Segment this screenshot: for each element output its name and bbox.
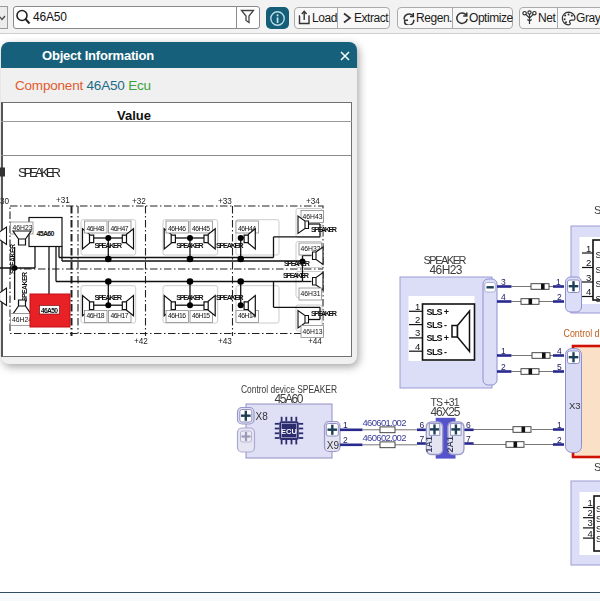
svg-text:X8: X8: [256, 411, 269, 422]
svg-text:S: S: [596, 265, 600, 275]
svg-text:2: 2: [343, 435, 348, 445]
svg-text:2: 2: [501, 362, 506, 372]
svg-text:460602.002: 460602.002: [363, 432, 407, 443]
svg-text:SP: SP: [594, 461, 600, 473]
svg-text:6: 6: [420, 420, 425, 430]
svg-text:S: S: [596, 524, 600, 534]
svg-text:X9: X9: [327, 440, 340, 451]
svg-text:3: 3: [501, 277, 506, 287]
svg-text:S: S: [596, 514, 600, 524]
svg-text:3: 3: [588, 517, 593, 528]
svg-text:4: 4: [588, 528, 593, 539]
svg-text:2: 2: [557, 435, 562, 445]
svg-text:2: 2: [415, 314, 420, 325]
svg-text:X3: X3: [569, 400, 581, 411]
svg-text:46H23: 46H23: [430, 263, 463, 277]
svg-text:S: S: [596, 250, 600, 260]
svg-text:7: 7: [420, 434, 425, 444]
svg-text:SLS -: SLS -: [427, 320, 448, 330]
svg-text:2: 2: [557, 292, 562, 302]
svg-text:1: 1: [343, 420, 348, 430]
svg-text:45A60: 45A60: [275, 392, 304, 406]
svg-text:2A1: 2A1: [445, 436, 455, 453]
svg-text:1: 1: [557, 420, 562, 430]
svg-text:1: 1: [415, 301, 420, 312]
svg-text:1A1: 1A1: [424, 436, 434, 453]
svg-text:460601.002: 460601.002: [363, 417, 407, 428]
svg-text:1: 1: [586, 243, 591, 254]
svg-text:S: S: [596, 294, 600, 304]
svg-text:SLS +: SLS +: [427, 307, 450, 317]
svg-text:Control d: Control d: [564, 328, 600, 339]
svg-text:1: 1: [588, 497, 593, 508]
svg-text:SP: SP: [594, 204, 600, 216]
svg-text:3: 3: [586, 272, 591, 283]
svg-text:2: 2: [588, 507, 593, 518]
svg-text:1: 1: [501, 346, 506, 356]
svg-text:4: 4: [501, 292, 506, 302]
svg-text:4: 4: [586, 286, 591, 297]
svg-text:TS +31: TS +31: [431, 396, 460, 408]
svg-text:46X25: 46X25: [431, 405, 461, 419]
svg-text:7: 7: [466, 434, 471, 444]
svg-text:4: 4: [557, 346, 562, 356]
svg-text:5: 5: [557, 362, 562, 372]
svg-text:4: 4: [415, 341, 420, 352]
svg-text:Control device SPEAKER: Control device SPEAKER: [241, 384, 337, 395]
svg-text:S: S: [596, 534, 600, 544]
svg-text:S: S: [596, 279, 600, 289]
svg-text:1: 1: [556, 277, 561, 287]
svg-text:3: 3: [415, 327, 420, 338]
svg-text:ECU: ECU: [281, 427, 297, 436]
svg-text:SLS -: SLS -: [427, 347, 448, 357]
svg-text:2: 2: [586, 257, 591, 268]
svg-text:6: 6: [466, 420, 471, 430]
svg-text:SPEAKER: SPEAKER: [424, 254, 467, 266]
svg-text:SLS +: SLS +: [427, 333, 450, 343]
svg-text:S: S: [596, 504, 600, 514]
